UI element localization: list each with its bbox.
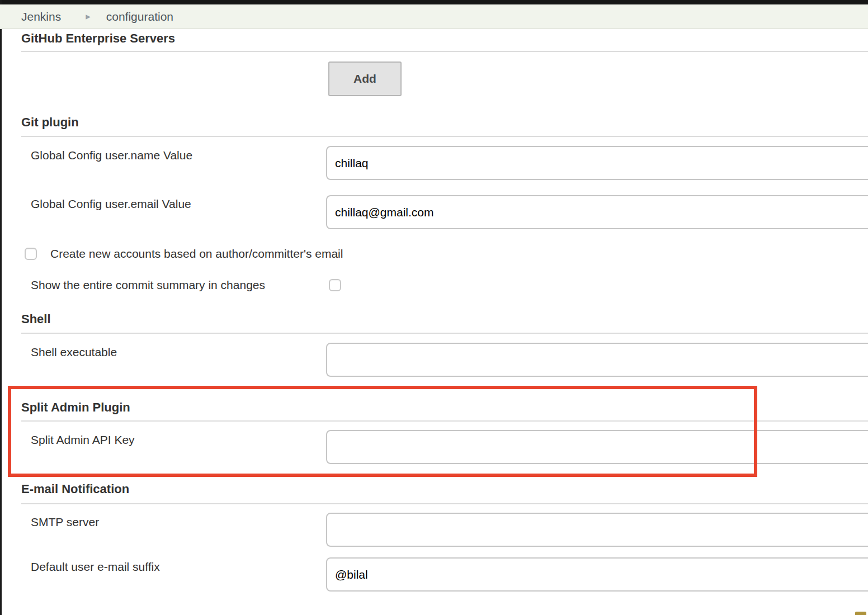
section-title-git-plugin: Git plugin — [21, 115, 79, 130]
smtp-server-input[interactable] — [326, 513, 868, 547]
shell-executable-label: Shell executable — [31, 346, 117, 359]
section-divider — [21, 420, 868, 422]
chevron-right-icon: ▸ — [86, 11, 91, 22]
section-title-split-admin: Split Admin Plugin — [21, 400, 130, 415]
user-name-input[interactable] — [326, 146, 868, 180]
user-email-input[interactable] — [326, 195, 868, 229]
breadcrumb-item-configuration[interactable]: configuration — [106, 10, 173, 23]
section-title-email-notification: E-mail Notification — [21, 482, 129, 496]
smtp-server-label: SMTP server — [31, 515, 99, 529]
section-divider — [21, 333, 868, 334]
split-admin-api-key-label: Split Admin API Key — [31, 433, 135, 447]
section-title-shell: Shell — [21, 312, 51, 327]
create-accounts-label: Create new accounts based on author/comm… — [50, 247, 343, 261]
window-top-edge — [0, 0, 868, 4]
create-accounts-checkbox[interactable] — [25, 248, 37, 260]
user-name-label: Global Config user.name Value — [31, 149, 192, 162]
show-commit-summary-label: Show the entire commit summary in change… — [31, 278, 265, 292]
show-commit-summary-checkbox[interactable] — [329, 279, 341, 291]
section-divider — [21, 51, 868, 52]
add-button[interactable]: Add — [328, 62, 402, 96]
breadcrumb-item-jenkins[interactable]: Jenkins — [21, 10, 61, 23]
default-email-suffix-label: Default user e-mail suffix — [31, 560, 160, 574]
breadcrumb: Jenkins ▸ configuration — [0, 4, 868, 29]
shell-executable-input[interactable] — [326, 343, 868, 377]
section-divider — [21, 503, 868, 504]
section-divider — [21, 136, 868, 137]
window-left-edge — [0, 0, 2, 615]
section-title-github-enterprise: GitHub Enterprise Servers — [21, 31, 175, 46]
default-email-suffix-input[interactable] — [326, 557, 868, 592]
split-admin-api-key-input[interactable] — [326, 430, 868, 464]
clipped-gold-icon — [855, 612, 866, 615]
user-email-label: Global Config user.email Value — [31, 197, 191, 211]
